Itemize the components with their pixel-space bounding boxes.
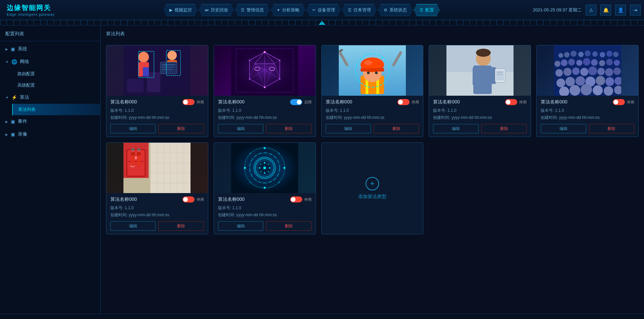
card-3-edit-button[interactable]: 编辑 [326, 124, 371, 133]
system-arrow-icon: ▶ [5, 47, 8, 51]
card-2-edit-button[interactable]: 编辑 [218, 124, 263, 133]
sidebar-item-event[interactable]: ▶ ▣ 事件 [0, 115, 100, 128]
card-1-image [106, 45, 208, 96]
header: 边缘智能网关 Edge intelligent gateway ▶ 视频监控 ⏮… [0, 0, 644, 20]
card-2-body: 算法名称000 启用 版本号: 1.1.0 创建时间: yyyy-mm-dd h… [214, 96, 316, 137]
card-5-toggle[interactable]: 停用 [613, 99, 634, 105]
svg-point-56 [476, 49, 491, 57]
card-6-edit-button[interactable]: 编辑 [110, 221, 156, 231]
bell-button[interactable]: 🔔 [600, 5, 611, 15]
logout-button[interactable]: ⇥ [630, 5, 641, 15]
content-title: 算法列表 [106, 31, 639, 40]
card-2-switch[interactable] [290, 99, 302, 105]
card-6-body: 算法名称000 停用 版本号: 1.1.0 创建时间: yyyy-mm-dd h… [106, 193, 208, 234]
tab-history[interactable]: ⏮ 历史回放 [199, 4, 234, 16]
status-icon: ⚙ [384, 8, 387, 12]
tab-task[interactable]: ☰ 任务管理 [342, 4, 377, 16]
svg-point-141 [264, 172, 266, 174]
card-4-edit-button[interactable]: 编辑 [433, 124, 478, 133]
tab-task-label: 任务管理 [354, 7, 371, 13]
algo-card-7[interactable]: 算法名称000 停用 版本号: 1.1.0 创建时间: yyyy-mm-dd h… [214, 142, 316, 234]
tab-alert[interactable]: ☰ 警情信息 [235, 4, 270, 16]
sidebar-algorithm-label: 算法 [20, 94, 29, 100]
history-icon: ⏮ [205, 8, 209, 12]
card-7-created: 创建时间: yyyy-mm-dd hh:mm:ss [218, 212, 312, 218]
card-3-body: 算法名称000 停用 版本号: 1.1.0 创建时间: yyyy-mm-dd h… [322, 96, 423, 137]
tab-analysis[interactable]: ✦ 分析策略 [271, 4, 305, 16]
sidebar-item-route[interactable]: 路由配置 [12, 68, 100, 80]
card-7-edit-button[interactable]: 编辑 [218, 221, 263, 231]
card-5-actions: 编辑 删除 [541, 124, 634, 133]
card-2-toggle[interactable]: 启用 [290, 99, 312, 105]
card-3-actions: 编辑 删除 [326, 124, 419, 133]
card-3-toggle[interactable]: 停用 [397, 99, 419, 105]
video-icon: ▶ [169, 8, 172, 12]
card-7-image [214, 143, 316, 193]
card-4-switch[interactable] [505, 99, 517, 105]
card-6-delete-button[interactable]: 删除 [158, 221, 204, 231]
event-arrow-icon: ▶ [5, 120, 8, 124]
card-5-edit-button[interactable]: 编辑 [541, 124, 586, 133]
sidebar-item-system[interactable]: ▶ ▣ 系统 [0, 43, 100, 55]
algo-card-2[interactable]: 算法名称000 启用 版本号: 1.1.0 创建时间: yyyy-mm-dd h… [214, 45, 316, 137]
tab-video[interactable]: ▶ 视频监控 [164, 4, 198, 16]
sidebar-item-algorithm[interactable]: ▼ ⚡ 算法 [0, 91, 100, 104]
tab-config-label: 配置 [425, 7, 434, 13]
card-2-image [214, 45, 316, 96]
add-algorithm-card[interactable]: + 添加算法类型 [321, 142, 424, 234]
card-5-body: 算法名称000 停用 版本号: 1.1.0 创建时间: yyyy-mm-dd h… [537, 96, 638, 137]
card-4-toggle[interactable]: 停用 [505, 99, 527, 105]
card-5-switch[interactable] [613, 99, 625, 105]
card-2-delete-button[interactable]: 删除 [266, 124, 311, 133]
algo-card-5[interactable]: 算法名称000 停用 版本号: 1.1.0 创建时间: yyyy-mm-dd h… [536, 45, 639, 137]
card-1-name: 算法名称000 [110, 99, 137, 105]
svg-point-151 [283, 167, 285, 169]
card-1-delete-button[interactable]: 删除 [158, 124, 204, 133]
sidebar-network-label: 网络 [20, 59, 29, 65]
card-4-delete-button[interactable]: 删除 [481, 124, 527, 133]
card-7-delete-button[interactable]: 删除 [266, 221, 311, 231]
sidebar-item-algo-list[interactable]: 算法列表 [12, 104, 100, 115]
card-6-knob [183, 197, 188, 202]
algo-card-6[interactable]: 消防 [106, 142, 208, 234]
card-4-status-label: 停用 [519, 100, 527, 105]
card-1-switch[interactable] [182, 99, 195, 105]
card-1-toggle[interactable]: 停用 [182, 99, 204, 105]
algo-card-4[interactable]: 算法名称000 停用 版本号: 1.1.0 创建时间: yyyy-mm-dd h… [429, 45, 531, 137]
svg-point-150 [244, 167, 246, 169]
card-3-delete-button[interactable]: 删除 [374, 124, 419, 133]
card-6-toggle[interactable]: 停用 [182, 196, 204, 202]
card-5-svg [554, 45, 621, 96]
svg-point-5 [138, 52, 149, 62]
card-7-switch[interactable] [290, 196, 302, 202]
user-button[interactable]: 👤 [615, 5, 626, 15]
svg-rect-104 [554, 45, 621, 96]
card-1-status-label: 停用 [197, 100, 204, 105]
tab-status[interactable]: ⚙ 系统状态 [378, 4, 413, 16]
sidebar-item-network[interactable]: ▼ 🌐 网络 [0, 55, 100, 68]
card-5-name: 算法名称000 [541, 99, 567, 105]
algo-card-1[interactable]: 算法名称000 停用 版本号: 1.1.0 创建时间: yyyy-mm-dd h… [106, 45, 208, 137]
sidebar-item-recording[interactable]: ▶ ▣ 录像 [0, 128, 100, 141]
algo-card-3[interactable]: 算法名称000 停用 版本号: 1.1.0 创建时间: yyyy-mm-dd h… [321, 45, 424, 137]
sidebar-item-advanced[interactable]: 高级配置 [12, 80, 100, 91]
card-1-edit-button[interactable]: 编辑 [110, 124, 156, 133]
svg-point-117 [131, 148, 135, 150]
card-1-version: 版本号: 1.1.0 [110, 108, 204, 113]
card-7-toggle[interactable]: 停用 [290, 196, 312, 202]
analysis-icon: ✦ [277, 8, 280, 12]
card-5-delete-button[interactable]: 删除 [589, 124, 634, 133]
card-6-name: 算法名称000 [110, 196, 137, 202]
tab-config[interactable]: ☰ 配置 [414, 4, 440, 16]
card-5-knob [613, 100, 618, 104]
warning-button[interactable]: ⚠ [586, 5, 596, 15]
card-7-knob [291, 197, 296, 202]
tab-device[interactable]: ✂ 设备管理 [307, 4, 341, 16]
network-arrow-icon: ▼ [5, 60, 9, 64]
card-2-name: 算法名称000 [218, 99, 245, 105]
card-3-switch[interactable] [397, 99, 410, 105]
event-icon: ▣ [11, 119, 15, 124]
recording-icon: ▣ [11, 132, 15, 137]
card-6-switch[interactable] [182, 196, 195, 202]
card-5-image [537, 45, 638, 96]
